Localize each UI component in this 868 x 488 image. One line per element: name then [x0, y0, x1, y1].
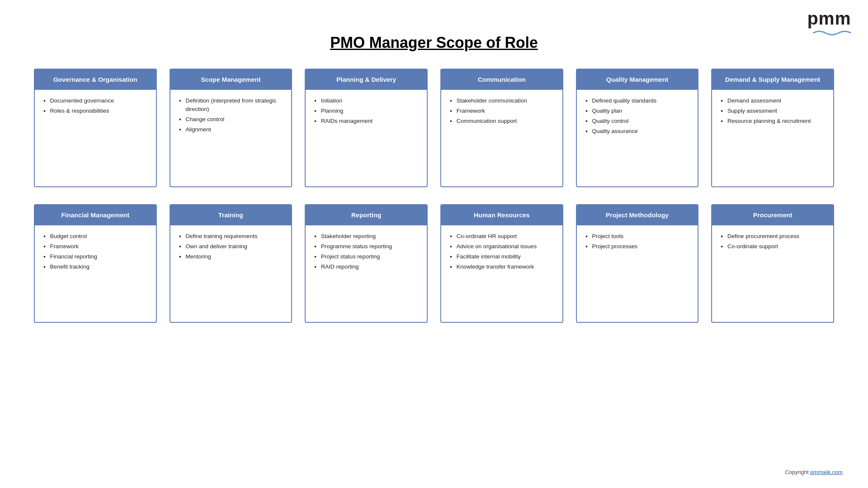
list-item: Framework: [456, 107, 556, 115]
list-item: Framework: [50, 242, 149, 251]
card-hr: Human ResourcesCo-ordinate HR supportAdv…: [440, 204, 563, 323]
footer-link[interactable]: pmmajik.com: [810, 469, 843, 475]
card-methodology: Project MethodologyProject toolsProject …: [576, 204, 699, 323]
card-demand: Demand & Supply ManagementDemand assessm…: [711, 69, 834, 187]
card-header-methodology: Project Methodology: [577, 205, 698, 225]
card-row-row1: Governance & OrganisationDocumented gove…: [34, 69, 834, 187]
card-body-procurement: Define procurement processCo-ordinate su…: [712, 225, 833, 260]
card-body-reporting: Stakeholder reportingProgramme status re…: [306, 225, 427, 280]
card-body-planning: InitiationPlanningRAIDs management: [306, 90, 427, 134]
logo-text: pmm: [807, 8, 851, 29]
list-item: Advice on organisational issues: [456, 242, 556, 251]
list-item: RAIDs management: [321, 117, 420, 125]
card-body-quality: Defined quality standardsQuality planQua…: [577, 90, 698, 144]
card-header-quality: Quality Management: [577, 69, 698, 90]
card-body-communication: Stakeholder communicationFrameworkCommun…: [441, 90, 562, 134]
list-item: Programme status reporting: [321, 242, 420, 251]
list-item: Stakeholder communication: [456, 97, 556, 105]
logo-area: pmm: [807, 8, 851, 36]
card-scope: Scope ManagementDefinition (interpreted …: [170, 69, 292, 187]
list-item: Mentoring: [186, 252, 285, 261]
footer-prefix: Copyright: [785, 469, 810, 475]
card-training: TrainingDefine training requirementsOwn …: [170, 204, 292, 323]
list-item: Own and deliver training: [186, 242, 285, 251]
card-body-hr: Co-ordinate HR supportAdvice on organisa…: [441, 225, 562, 280]
list-item: Financial reporting: [50, 252, 149, 261]
card-row-row2: Financial ManagementBudget controlFramew…: [34, 204, 834, 323]
list-item: Demand assessment: [727, 97, 826, 105]
list-item: Knowledge transfer framework: [456, 263, 556, 271]
list-item: RAID reporting: [321, 263, 420, 271]
card-governance: Governance & OrganisationDocumented gove…: [34, 69, 157, 187]
list-item: Define procurement process: [727, 232, 826, 241]
list-item: Alignment: [186, 125, 285, 134]
card-body-financial: Budget controlFrameworkFinancial reporti…: [35, 225, 156, 280]
list-item: Project processes: [592, 242, 691, 251]
list-item: Define training requirements: [186, 232, 285, 241]
list-item: Quality assurance: [592, 127, 691, 136]
card-header-governance: Governance & Organisation: [35, 69, 156, 90]
list-item: Resource planning & recruitment: [727, 117, 826, 125]
card-header-scope: Scope Management: [170, 69, 292, 90]
card-communication: CommunicationStakeholder communicationFr…: [440, 69, 563, 187]
card-body-training: Define training requirementsOwn and deli…: [170, 225, 292, 270]
card-header-reporting: Reporting: [306, 205, 427, 225]
list-item: Defined quality standards: [592, 97, 691, 105]
card-body-governance: Documented governanceRoles & responsibil…: [35, 90, 156, 124]
card-header-financial: Financial Management: [35, 205, 156, 225]
logo-wave-icon: [813, 29, 851, 36]
footer: Copyright pmmajik.com: [785, 469, 843, 475]
list-item: Quality plan: [592, 107, 691, 115]
card-header-hr: Human Resources: [441, 205, 562, 225]
card-body-methodology: Project toolsProject processes: [577, 225, 698, 260]
card-header-communication: Communication: [441, 69, 562, 90]
list-item: Stakeholder reporting: [321, 232, 420, 241]
list-item: Co-ordinate support: [727, 242, 826, 251]
card-reporting: ReportingStakeholder reportingProgramme …: [305, 204, 428, 323]
list-item: Communication support: [456, 117, 556, 125]
list-item: Initiation: [321, 97, 420, 105]
card-body-demand: Demand assessmentSupply assessmentResour…: [712, 90, 833, 134]
card-header-planning: Planning & Delivery: [306, 69, 427, 90]
page-title: PMO Manager Scope of Role: [0, 0, 868, 69]
list-item: Quality control: [592, 117, 691, 125]
grid-container: Governance & OrganisationDocumented gove…: [0, 69, 868, 348]
list-item: Project tools: [592, 232, 691, 241]
card-procurement: ProcurementDefine procurement processCo-…: [711, 204, 834, 323]
list-item: Planning: [321, 107, 420, 115]
list-item: Facilitate internal mobility: [456, 252, 556, 261]
list-item: Definition (interpreted from strategic d…: [186, 97, 285, 114]
list-item: Co-ordinate HR support: [456, 232, 556, 241]
card-planning: Planning & DeliveryInitiationPlanningRAI…: [305, 69, 428, 187]
list-item: Documented governance: [50, 97, 149, 105]
list-item: Change control: [186, 115, 285, 124]
card-quality: Quality ManagementDefined quality standa…: [576, 69, 699, 187]
list-item: Project status reporting: [321, 252, 420, 261]
card-header-procurement: Procurement: [712, 205, 833, 225]
card-body-scope: Definition (interpreted from strategic d…: [170, 90, 292, 143]
list-item: Supply assessment: [727, 107, 826, 115]
list-item: Roles & responsibilities: [50, 107, 149, 115]
list-item: Budget control: [50, 232, 149, 241]
card-header-demand: Demand & Supply Management: [712, 69, 833, 90]
card-financial: Financial ManagementBudget controlFramew…: [34, 204, 157, 323]
list-item: Benefit tracking: [50, 263, 149, 271]
card-header-training: Training: [170, 205, 292, 225]
